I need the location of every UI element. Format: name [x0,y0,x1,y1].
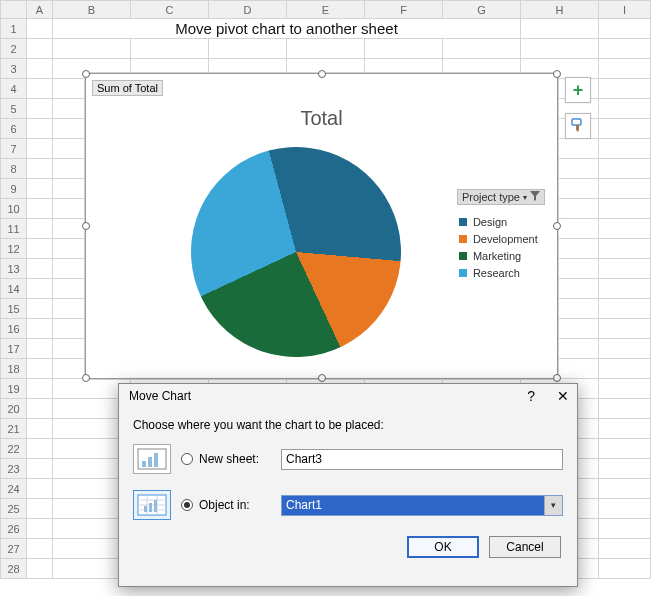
resize-handle[interactable] [553,70,561,78]
row-header[interactable]: 24 [1,479,27,499]
row-header[interactable]: 22 [1,439,27,459]
col-header-D[interactable]: D [209,1,287,19]
dropdown-arrow-icon: ▾ [523,193,527,202]
row-header[interactable]: 10 [1,199,27,219]
object-in-label: Object in: [199,498,250,512]
combo-value: Chart1 [286,498,322,512]
move-chart-dialog: Move Chart ? ✕ Choose where you want the… [118,383,578,587]
col-header-F[interactable]: F [365,1,443,19]
svg-rect-11 [144,506,147,512]
legend-item: Marketing [459,250,543,262]
svg-rect-13 [154,500,157,512]
new-sheet-name-input[interactable] [281,449,563,470]
pivot-chart[interactable]: Sum of Total Total Project type ▾ Design… [85,73,558,379]
object-in-radio[interactable]: Object in: [181,498,271,512]
row-header[interactable]: 8 [1,159,27,179]
col-header-G[interactable]: G [443,1,521,19]
legend-item: Development [459,233,543,245]
legend-swatch-icon [459,269,467,277]
svg-rect-0 [572,119,581,125]
resize-handle[interactable] [318,70,326,78]
dialog-prompt: Choose where you want the chart to be pl… [133,418,563,432]
close-button[interactable]: ✕ [557,388,569,404]
row-header[interactable]: 5 [1,99,27,119]
row-header[interactable]: 17 [1,339,27,359]
dialog-title: Move Chart [129,389,191,403]
row-header[interactable]: 16 [1,319,27,339]
pivot-field-button[interactable]: Sum of Total [92,80,163,96]
row-header[interactable]: 1 [1,19,27,39]
new-sheet-label: New sheet: [199,452,259,466]
legend-field-button[interactable]: Project type ▾ [457,189,545,205]
row-header[interactable]: 14 [1,279,27,299]
row-header[interactable]: 12 [1,239,27,259]
legend-label: Research [473,267,520,279]
legend-item: Research [459,267,543,279]
chart-legend[interactable]: Project type ▾ Design Development Market… [457,189,545,284]
resize-handle[interactable] [82,70,90,78]
row-header[interactable]: 28 [1,559,27,579]
row-header[interactable]: 9 [1,179,27,199]
help-button[interactable]: ? [527,388,535,404]
row-header[interactable]: 20 [1,399,27,419]
chart-styles-button[interactable] [565,113,591,139]
chevron-down-icon: ▾ [544,496,562,515]
legend-swatch-icon [459,235,467,243]
row-header[interactable]: 26 [1,519,27,539]
chart-elements-button[interactable]: + [565,77,591,103]
row-header[interactable]: 2 [1,39,27,59]
col-header-B[interactable]: B [53,1,131,19]
col-header-A[interactable]: A [27,1,53,19]
row-header[interactable]: 18 [1,359,27,379]
legend-swatch-icon [459,218,467,226]
row-header[interactable]: 7 [1,139,27,159]
resize-handle[interactable] [553,222,561,230]
legend-item: Design [459,216,543,228]
row-header[interactable]: 25 [1,499,27,519]
row-header[interactable]: 19 [1,379,27,399]
resize-handle[interactable] [82,222,90,230]
cancel-button[interactable]: Cancel [489,536,561,558]
row-header[interactable]: 11 [1,219,27,239]
object-in-icon [133,490,171,520]
svg-rect-2 [142,461,146,467]
col-header-C[interactable]: C [131,1,209,19]
svg-rect-3 [148,457,152,467]
legend-header-label: Project type [462,191,520,203]
resize-handle[interactable] [553,374,561,382]
row-header[interactable]: 23 [1,459,27,479]
radio-icon [181,453,193,465]
row-header[interactable]: 21 [1,419,27,439]
pie-plot-area[interactable] [167,123,424,380]
legend-label: Design [473,216,507,228]
resize-handle[interactable] [318,374,326,382]
legend-label: Development [473,233,538,245]
new-sheet-radio[interactable]: New sheet: [181,452,271,466]
select-all-cell[interactable] [1,1,27,19]
page-title: Move pivot chart to another sheet [53,19,521,39]
col-header-I[interactable]: I [599,1,651,19]
chart-title: Total [86,107,557,130]
legend-label: Marketing [473,250,521,262]
row-header[interactable]: 15 [1,299,27,319]
row-header[interactable]: 27 [1,539,27,559]
ok-button[interactable]: OK [407,536,479,558]
row-header[interactable]: 13 [1,259,27,279]
svg-rect-4 [154,453,158,467]
row-header[interactable]: 6 [1,119,27,139]
new-sheet-icon [133,444,171,474]
radio-icon [181,499,193,511]
filter-icon [530,191,540,203]
col-header-H[interactable]: H [521,1,599,19]
row-header[interactable]: 4 [1,79,27,99]
col-header-E[interactable]: E [287,1,365,19]
svg-rect-12 [149,503,152,512]
legend-swatch-icon [459,252,467,260]
paintbrush-icon [570,117,586,136]
resize-handle[interactable] [82,374,90,382]
plus-icon: + [573,80,584,101]
object-in-combo[interactable]: Chart1 ▾ [281,495,563,516]
row-header[interactable]: 3 [1,59,27,79]
